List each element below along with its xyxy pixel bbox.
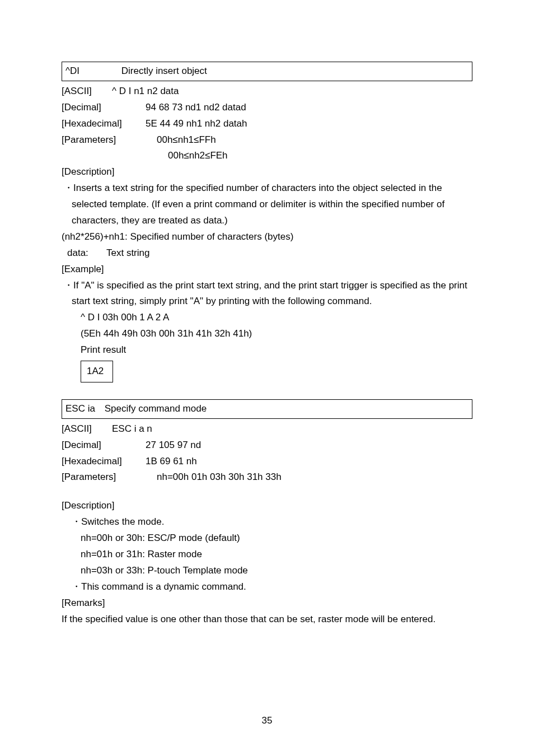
- mode-00h: nh=00h or 30h: ESC/P mode (default): [62, 530, 472, 547]
- label-hexadecimal2: [Hexadecimal]: [62, 454, 146, 470]
- switches-bullet: ・Switches the mode.: [62, 514, 472, 530]
- command-box-escia: ESC ia Specify command mode: [62, 399, 472, 419]
- example-bullet: ・If "A" is specified as the print start …: [62, 278, 472, 310]
- val-ascii2: ESC i a n: [112, 423, 152, 434]
- row-hexadecimal2: [Hexadecimal]1B 69 61 nh: [62, 454, 472, 470]
- val-data: Text string: [106, 248, 149, 258]
- label-decimal2: [Decimal]: [62, 437, 146, 454]
- row-param2: 00h≤nh2≤FEh: [62, 148, 472, 164]
- hex-sequence: (5Eh 44h 49h 03h 00h 31h 41h 32h 41h): [62, 326, 472, 342]
- row-parameters: [Parameters]00h≤nh1≤FFh: [62, 132, 472, 148]
- val-decimal: 94 68 73 nd1 nd2 datad: [146, 102, 246, 113]
- row-ascii: [ASCII]^ D I n1 n2 data: [62, 83, 472, 100]
- val-ascii: ^ D I n1 n2 data: [112, 86, 179, 96]
- row-decimal: [Decimal]94 68 73 nd1 nd2 datad: [62, 100, 472, 116]
- val-hexadecimal: 5E 44 49 nh1 nh2 datah: [146, 118, 247, 129]
- print-result-value: 1A2: [87, 366, 104, 376]
- label-parameters: [Parameters]: [62, 132, 146, 148]
- val-param2: 00h≤nh2≤FEh: [168, 150, 228, 161]
- print-result-label: Print result: [62, 342, 472, 358]
- cmd-title: Specify command mode: [105, 401, 207, 417]
- val-hexadecimal2: 1B 69 61 nh: [146, 456, 197, 466]
- cmd-name: ^DI: [65, 63, 119, 80]
- val-param1: 00h≤nh1≤FFh: [157, 134, 216, 145]
- row-hexadecimal: [Hexadecimal]5E 44 49 nh1 nh2 datah: [62, 116, 472, 132]
- label-remarks: [Remarks]: [62, 595, 472, 612]
- row-decimal2: [Decimal]27 105 97 nd: [62, 437, 472, 454]
- description-bullet: ・Inserts a text string for the specified…: [62, 180, 472, 229]
- print-result-box: 1A2: [81, 361, 113, 382]
- dynamic-bullet: ・This command is a dynamic command.: [62, 579, 472, 595]
- label-description: [Description]: [62, 164, 472, 180]
- label-hexadecimal: [Hexadecimal]: [62, 116, 146, 132]
- command-box-di: ^DI Directly insert object: [62, 62, 472, 81]
- val-param2b: nh=00h 01h 03h 30h 31h 33h: [157, 472, 282, 482]
- mode-03h: nh=03h or 33h: P-touch Template mode: [62, 563, 472, 579]
- label-parameters2: [Parameters]: [62, 469, 146, 486]
- cmd-name: ESC ia: [65, 401, 102, 417]
- label-decimal: [Decimal]: [62, 100, 146, 116]
- row-ascii2: [ASCII]ESC i a n: [62, 421, 472, 437]
- label-example: [Example]: [62, 262, 472, 278]
- mode-01h: nh=01h or 31h: Raster mode: [62, 547, 472, 563]
- remarks-text: If the specified value is one other than…: [62, 612, 472, 628]
- label-data: data:: [67, 245, 106, 262]
- page-number: 35: [0, 713, 534, 729]
- label-description2: [Description]: [62, 498, 472, 514]
- cmd-sequence: ^ D I 03h 00h 1 A 2 A: [62, 310, 472, 326]
- val-decimal2: 27 105 97 nd: [146, 440, 201, 450]
- row-data: data:Text string: [62, 245, 472, 262]
- cmd-title: Directly insert object: [121, 63, 207, 80]
- row-parameters2: [Parameters]nh=00h 01h 03h 30h 31h 33h: [62, 469, 472, 486]
- formula: (nh2*256)+nh1: Specified number of chara…: [62, 229, 472, 245]
